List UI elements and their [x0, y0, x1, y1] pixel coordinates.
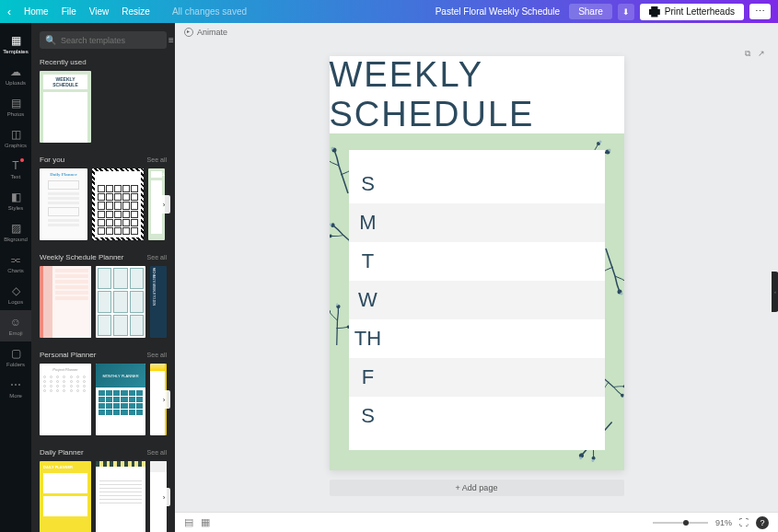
- day-row-mon[interactable]: M: [349, 203, 605, 242]
- rail-photos[interactable]: ▤Photos: [0, 91, 31, 122]
- folders-icon: ▢: [9, 347, 22, 360]
- menu-home[interactable]: Home: [24, 6, 49, 17]
- document-name[interactable]: Pastel Floral Weekly Schedule: [435, 6, 560, 17]
- download-icon[interactable]: ⬇: [618, 4, 634, 20]
- fullscreen-icon[interactable]: ⛶: [739, 517, 749, 527]
- uploads-icon: ☁: [9, 65, 22, 78]
- rail-background[interactable]: ▨Bkground: [0, 216, 31, 248]
- template-wsp-michaels[interactable]: MICHAEL'S WEEKLY TO-DOS: [150, 266, 167, 338]
- rail-logos[interactable]: ◇Logos: [0, 279, 31, 310]
- template-workout-schedule[interactable]: WORKOUT SCHEDULE: [92, 168, 144, 240]
- back-icon[interactable]: ‹: [7, 6, 11, 18]
- rail-styles[interactable]: ◧Styles: [0, 185, 31, 216]
- day-row-fri[interactable]: F: [349, 358, 605, 397]
- play-icon: [184, 28, 193, 37]
- rail-uploads[interactable]: ☁Uploads: [0, 60, 31, 91]
- filter-icon[interactable]: ≡: [168, 35, 174, 45]
- day-row-tue[interactable]: T: [349, 242, 605, 281]
- day-row-sun[interactable]: S: [349, 165, 605, 203]
- print-button[interactable]: Print Letterheads: [640, 4, 744, 20]
- left-icon-rail: ▦Templates ☁Uploads ▤Photos ◫Graphics TT…: [0, 23, 31, 532]
- search-container: 🔍 ≡: [40, 31, 167, 49]
- status-bar: ▤ ▦ 91% ⛶ ?: [175, 512, 778, 532]
- canvas-area: ‹ Animate ⧉ ↗ Weekly Schedule: [175, 23, 778, 532]
- template-pp-monthly[interactable]: MONTHLY PLANNER: [96, 364, 145, 435]
- notes-icon[interactable]: ▤: [184, 516, 193, 528]
- section-for-you: For youSee all: [40, 156, 167, 164]
- top-menubar: ‹ Home File View Resize All changes save…: [0, 0, 778, 23]
- carousel-next-foryou[interactable]: ›: [157, 195, 170, 214]
- background-icon: ▨: [9, 222, 22, 235]
- panel-collapse-button[interactable]: ‹: [772, 272, 778, 312]
- zoom-slider[interactable]: [653, 522, 708, 524]
- menu-resize[interactable]: Resize: [122, 6, 150, 17]
- section-pp: Personal PlannerSee all: [40, 351, 167, 359]
- design-page[interactable]: Weekly Schedule: [330, 56, 624, 470]
- emoji-icon: ☺: [9, 316, 22, 329]
- seeall-foryou[interactable]: See all: [147, 156, 167, 163]
- charts-icon: ⫗: [9, 253, 22, 266]
- help-button[interactable]: ?: [756, 516, 769, 529]
- rail-graphics[interactable]: ◫Graphics: [0, 122, 31, 154]
- grid-view-icon[interactable]: ▦: [201, 516, 210, 528]
- section-wsp: Weekly Schedule PlannerSee all: [40, 253, 167, 261]
- save-status: All changes saved: [172, 6, 247, 17]
- carousel-next-dp[interactable]: ›: [157, 488, 170, 506]
- menu-file[interactable]: File: [62, 6, 76, 17]
- rail-emoji[interactable]: ☺Emoji: [0, 310, 31, 341]
- templates-panel: 🔍 ≡ Recently used WEEKLY SCHEDULE For yo…: [31, 23, 175, 532]
- rail-templates[interactable]: ▦Templates: [0, 29, 31, 60]
- duplicate-page-icon[interactable]: ⧉: [745, 49, 750, 59]
- text-icon: T: [9, 159, 22, 172]
- rail-folders[interactable]: ▢Folders: [0, 341, 31, 373]
- section-dp: Daily PlannerSee all: [40, 448, 167, 457]
- templates-icon: ▦: [9, 34, 22, 47]
- template-wsp-grid[interactable]: [96, 266, 145, 338]
- template-dp-ruleday[interactable]: RULE THE DAY: [96, 461, 145, 532]
- add-page-button[interactable]: + Add page: [330, 480, 624, 496]
- template-recent-weekly[interactable]: WEEKLY SCHEDULE: [40, 71, 91, 143]
- styles-icon: ◧: [9, 191, 22, 203]
- search-input[interactable]: [61, 36, 164, 45]
- logos-icon: ◇: [9, 284, 22, 297]
- seeall-pp[interactable]: See all: [147, 352, 167, 358]
- rail-charts[interactable]: ⫗Charts: [0, 248, 31, 279]
- carousel-next-pp[interactable]: ›: [157, 390, 170, 409]
- rail-text[interactable]: TText: [0, 154, 31, 185]
- template-wsp-pink[interactable]: [40, 266, 91, 338]
- template-dp-yellow[interactable]: DAILY PLANNER: [40, 461, 91, 532]
- rail-more[interactable]: ⋯More: [0, 373, 31, 404]
- seeall-wsp[interactable]: See all: [147, 254, 167, 260]
- photos-icon: ▤: [9, 97, 22, 110]
- menu-view[interactable]: View: [89, 6, 110, 17]
- printer-icon: [649, 6, 660, 17]
- template-pp-project[interactable]: Project Planner: [40, 364, 91, 435]
- graphics-icon: ◫: [9, 128, 22, 141]
- search-icon: 🔍: [45, 35, 56, 45]
- page-title-text[interactable]: Weekly Schedule: [330, 55, 624, 134]
- page-external-icon[interactable]: ↗: [758, 49, 765, 59]
- schedule-table[interactable]: S M T W TH F S: [349, 150, 605, 450]
- seeall-dp[interactable]: See all: [147, 449, 167, 456]
- animate-button[interactable]: Animate: [184, 28, 227, 37]
- more-button[interactable]: ⋯: [749, 4, 771, 19]
- share-button[interactable]: Share: [569, 4, 612, 19]
- template-daily-planner[interactable]: Daily Planner: [40, 168, 87, 240]
- zoom-value[interactable]: 91%: [715, 518, 732, 527]
- section-recently-used: Recently used: [40, 58, 167, 66]
- day-row-sat[interactable]: S: [349, 397, 605, 435]
- day-row-wed[interactable]: W: [349, 281, 605, 319]
- more-icon: ⋯: [9, 378, 22, 391]
- day-row-thu[interactable]: TH: [349, 319, 605, 358]
